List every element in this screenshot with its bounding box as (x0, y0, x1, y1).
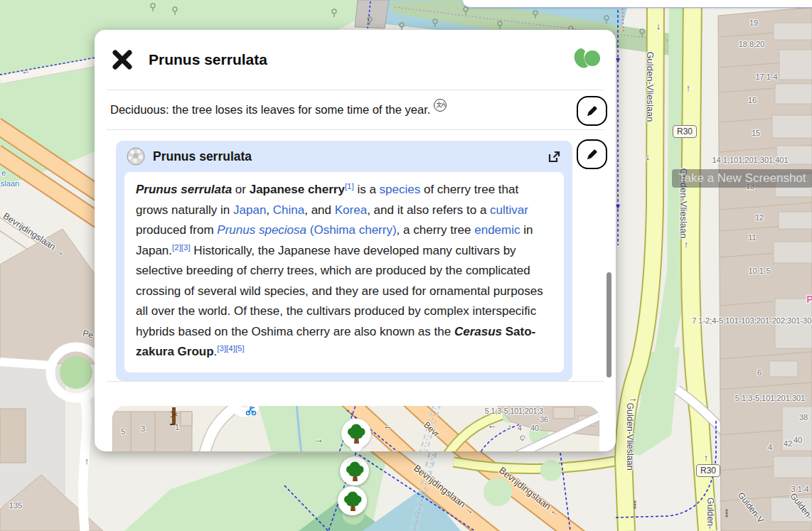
wiki-link[interactable]: (Oshima cherry) (306, 223, 397, 237)
screenshot-overlay-button[interactable]: Take a New Screenshot (672, 169, 812, 188)
popup-minimap[interactable]: 531Bevr5 1;3-5;101;201;336404←→←↑G (112, 406, 599, 451)
wiki-text: is a (354, 183, 380, 196)
mapcomplete-logo-icon (572, 48, 600, 72)
translate-icon[interactable]: 文A (434, 99, 447, 112)
top-panel[interactable] (462, 0, 812, 8)
wikipedia-article-title: Prunus serrulata (153, 149, 252, 164)
edit-wikipedia-button[interactable] (577, 139, 607, 169)
close-icon (112, 49, 133, 70)
wiki-link[interactable]: Japan (233, 203, 266, 217)
tree-icon (345, 461, 365, 482)
wiki-link[interactable]: cultivar (490, 203, 528, 217)
wiki-link[interactable]: [2][3] (172, 243, 191, 252)
wikipedia-card-header: Prunus serrulata (124, 141, 564, 172)
scrollbar-thumb[interactable] (607, 272, 611, 377)
wiki-link[interactable]: China (273, 203, 304, 217)
deciduous-text: Deciduous: the tree loses its leaves for… (110, 103, 430, 117)
tree-marker[interactable] (338, 486, 367, 515)
wiki-text: Japanese cherry (250, 183, 345, 196)
pencil-icon (585, 148, 599, 161)
wiki-text: produced from (136, 223, 217, 237)
selected-tree-marker[interactable] (341, 419, 371, 449)
wikipedia-card: Prunus serrulata Prunus serrulata or Jap… (116, 141, 572, 381)
wiki-link[interactable]: species (380, 183, 421, 196)
wiki-text: , a cherry tree (397, 223, 475, 237)
close-button[interactable] (110, 48, 134, 72)
pencil-icon (585, 104, 599, 118)
wikipedia-paragraph: Prunus serrulata or Japanese cherry[1] i… (136, 180, 552, 363)
feature-popup: Prunus serrulata Deciduous: the tree los… (95, 30, 616, 451)
tree-marker[interactable] (340, 456, 369, 486)
wikipedia-icon (127, 147, 145, 166)
tree-icon (343, 490, 363, 512)
tree-icon (346, 423, 366, 444)
wiki-text: or (232, 183, 250, 196)
edit-leaf-cycle-button[interactable] (577, 96, 607, 126)
wikipedia-extract: Prunus serrulata or Japanese cherry[1] i… (124, 172, 564, 372)
wiki-link[interactable]: [3][4][5] (217, 344, 244, 353)
wiki-link[interactable]: Prunus speciosa (217, 223, 306, 237)
external-link-icon[interactable] (547, 149, 562, 164)
wiki-text: , and it also refers to a (367, 203, 490, 217)
popup-header: Prunus serrulata (95, 30, 616, 90)
wiki-link[interactable]: [1] (345, 182, 354, 191)
wiki-link[interactable]: Korea (335, 203, 367, 217)
leaf-cycle-row: Deciduous: the tree loses its leaves for… (95, 90, 616, 129)
divider (107, 381, 604, 382)
wiki-text: Cerasus (454, 325, 502, 338)
wiki-text: , (266, 203, 272, 217)
wiki-text: , and (304, 203, 335, 217)
wiki-link[interactable]: endemic (474, 223, 520, 237)
wiki-text: Prunus serrulata (136, 183, 232, 196)
popup-title: Prunus serrulata (149, 51, 267, 68)
app-root: { "popup": { "title": "Prunus serrulata"… (0, 0, 812, 531)
wikipedia-section: Prunus serrulata Prunus serrulata or Jap… (95, 130, 616, 381)
